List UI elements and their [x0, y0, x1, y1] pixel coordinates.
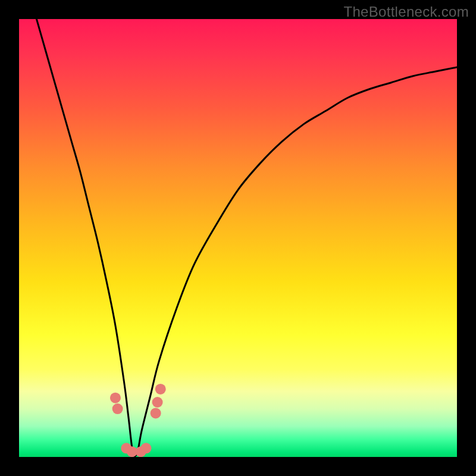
- chart-frame: TheBottleneck.com: [0, 0, 476, 476]
- bottleneck-curve-svg: [19, 19, 457, 457]
- curve-marker: [140, 443, 151, 453]
- curve-marker: [112, 403, 123, 414]
- curve-marker: [152, 397, 163, 408]
- plot-area: [19, 19, 457, 457]
- watermark-text: TheBottleneck.com: [343, 4, 469, 20]
- curve-marker: [155, 384, 166, 394]
- curve-marker: [151, 408, 161, 418]
- curve-marker: [110, 393, 121, 403]
- bottleneck-curve: [36, 19, 457, 456]
